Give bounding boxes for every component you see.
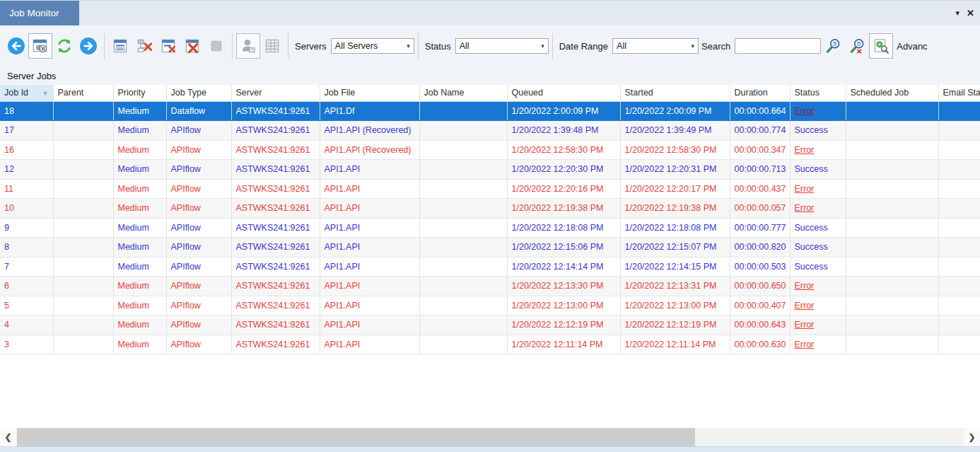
column-header-email_status[interactable]: Email Sta (938, 85, 980, 101)
cell-job_id: 3 (0, 335, 53, 354)
cell-duration: 00:00:00.713 (730, 160, 790, 180)
table-row-job-3[interactable]: 3MediumAPIflowASTWKS241:9261API1.API1/20… (0, 335, 980, 354)
cell-duration: 00:00:00.664 (730, 101, 790, 121)
column-header-job_type[interactable]: Job Type (166, 85, 231, 101)
cell-email_status (938, 199, 980, 219)
cell-email_status (938, 238, 980, 257)
cell-job_id: 16 (0, 140, 53, 160)
advanced-search-button[interactable] (869, 33, 893, 59)
refresh-icon (55, 37, 74, 55)
cell-job_name (419, 101, 507, 121)
table-row-job-7[interactable]: 7MediumAPIflowASTWKS241:9261API1.API1/20… (0, 257, 980, 277)
column-header-label: Status (795, 88, 819, 98)
forward-button[interactable] (76, 33, 100, 59)
search-input[interactable] (735, 38, 821, 54)
column-header-duration[interactable]: Duration (730, 85, 790, 101)
cell-scheduled_job (846, 140, 938, 160)
user-jobs-button (236, 33, 260, 59)
cell-parent (53, 335, 113, 354)
table-row-job-16[interactable]: 16MediumAPIflowASTWKS241:9261API1.API (R… (0, 140, 980, 160)
date-range-dropdown[interactable]: All ▾ (612, 38, 699, 54)
status-error-link[interactable]: Error (795, 281, 815, 291)
table-row-job-10[interactable]: 10MediumAPIflowASTWKS241:9261API1.API1/2… (0, 199, 980, 219)
cell-job_id: 6 (0, 277, 53, 296)
cell-duration: 00:00:00.057 (730, 199, 790, 219)
scroll-right-button[interactable]: ❯ (964, 428, 980, 446)
table-row-job-17[interactable]: 17MediumAPIflowASTWKS241:9261API1.API (R… (0, 121, 980, 141)
table-row-job-9[interactable]: 9MediumAPIflowASTWKS241:9261API1.API1/20… (0, 218, 980, 238)
jobs-header-row: Job Id▼ParentPriorityJob TypeServerJob F… (0, 85, 980, 101)
column-header-label: Started (625, 88, 653, 98)
stop-button (204, 33, 228, 59)
advanced-label[interactable]: Advanc (897, 41, 927, 52)
jobs-tbody: 18MediumDataflowASTWKS241:9261API1.Df1/2… (0, 101, 980, 354)
cell-server: ASTWKS241:9261 (231, 257, 320, 277)
back-button[interactable] (4, 33, 28, 59)
remove-job-window-button[interactable] (156, 33, 180, 59)
job-log-button[interactable] (108, 33, 132, 59)
cell-scheduled_job (846, 315, 938, 335)
cell-queued: 1/20/2022 12:20:30 PM (507, 160, 620, 180)
column-header-job_file[interactable]: Job File (320, 85, 419, 101)
column-header-job_id[interactable]: Job Id▼ (0, 85, 53, 101)
cell-duration: 00:00:00.630 (730, 335, 790, 354)
column-header-job_name[interactable]: Job Name (419, 85, 507, 101)
cell-job_type: APIflow (166, 315, 231, 335)
cell-email_status (938, 121, 980, 141)
status-error-link[interactable]: Error (795, 106, 815, 116)
table-row-job-5[interactable]: 5MediumAPIflowASTWKS241:9261API1.API1/20… (0, 296, 980, 315)
tab-job-monitor[interactable]: Job Monitor (0, 1, 79, 25)
remove-jobs-button[interactable] (132, 33, 156, 59)
cell-email_status (938, 160, 980, 180)
scrollbar-thumb[interactable] (17, 428, 695, 446)
remove-all-jobs-icon (183, 37, 202, 55)
cell-started: 1/20/2022 12:12:19 PM (620, 315, 730, 335)
window-list-dropdown-icon[interactable]: ▾ (956, 9, 960, 17)
status-dropdown-value: All (456, 41, 537, 51)
cell-job_file: API1.API (320, 277, 419, 296)
refresh-button[interactable] (52, 33, 76, 59)
date-range-dropdown-value: All (613, 41, 687, 51)
chevron-down-icon: ▾ (537, 42, 548, 50)
jobs-table: Job Id▼ParentPriorityJob TypeServerJob F… (0, 85, 980, 354)
cell-job_type: APIflow (166, 179, 231, 199)
search-button[interactable] (821, 33, 845, 59)
table-row-job-4[interactable]: 4MediumAPIflowASTWKS241:9261API1.API1/20… (0, 315, 980, 335)
column-header-parent[interactable]: Parent (53, 85, 113, 101)
horizontal-scrollbar[interactable]: ❮ ❯ (0, 428, 980, 446)
close-icon[interactable]: ✕ (967, 8, 974, 18)
table-row-job-8[interactable]: 8MediumAPIflowASTWKS241:9261API1.API1/20… (0, 238, 980, 257)
column-header-status[interactable]: Status (790, 85, 846, 101)
status-error-link[interactable]: Error (795, 184, 815, 194)
status-error-link[interactable]: Error (795, 145, 815, 155)
servers-dropdown[interactable]: All Servers ▾ (331, 38, 414, 54)
table-row-job-12[interactable]: 12MediumAPIflowASTWKS241:9261API1.API1/2… (0, 160, 980, 180)
column-header-server[interactable]: Server (231, 85, 320, 101)
toolbar-separator (104, 33, 105, 59)
forward-icon (79, 37, 98, 55)
clear-search-button[interactable] (845, 33, 869, 59)
cell-parent (53, 218, 113, 238)
column-header-started[interactable]: Started (620, 85, 730, 101)
column-header-queued[interactable]: Queued (507, 85, 620, 101)
table-row-job-11[interactable]: 11MediumAPIflowASTWKS241:9261API1.API1/2… (0, 179, 980, 199)
column-header-priority[interactable]: Priority (113, 85, 166, 101)
pause-monitor-icon (31, 37, 49, 55)
scroll-left-button[interactable]: ❮ (0, 428, 16, 446)
cell-job_id: 17 (0, 121, 53, 141)
remove-all-jobs-button[interactable] (180, 33, 204, 59)
cell-status: Error (790, 179, 846, 199)
cell-started: 1/20/2022 12:13:00 PM (620, 296, 730, 315)
status-error-link[interactable]: Error (795, 340, 815, 349)
column-header-scheduled_job[interactable]: Scheduled Job (846, 85, 938, 101)
status-error-link[interactable]: Error (795, 203, 815, 213)
status-dropdown[interactable]: All ▾ (455, 38, 549, 54)
cell-server: ASTWKS241:9261 (231, 121, 320, 141)
pause-monitor-button[interactable] (28, 33, 52, 59)
table-row-job-18[interactable]: 18MediumDataflowASTWKS241:9261API1.Df1/2… (0, 101, 980, 121)
table-row-job-6[interactable]: 6MediumAPIflowASTWKS241:9261API1.API1/20… (0, 277, 980, 296)
cell-parent (53, 296, 113, 315)
cell-duration: 00:00:00.503 (730, 257, 790, 277)
status-error-link[interactable]: Error (795, 301, 815, 311)
status-error-link[interactable]: Error (795, 320, 815, 330)
